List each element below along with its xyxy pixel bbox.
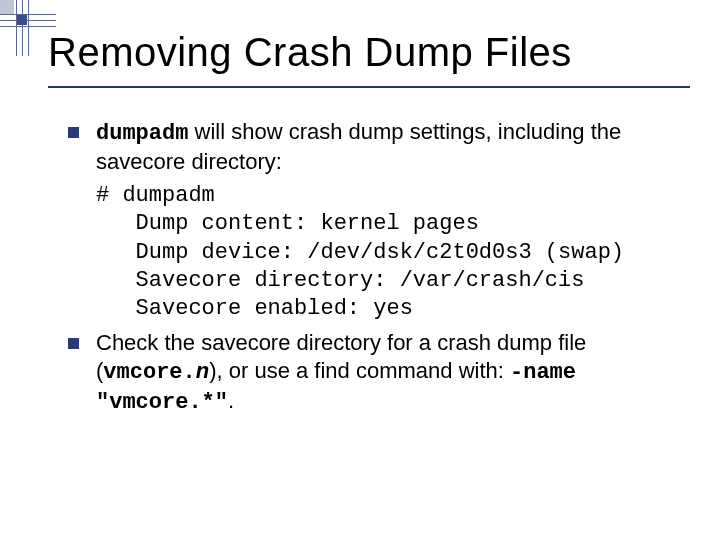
bullet-1: dumpadm will show crash dump settings, i… bbox=[62, 118, 676, 176]
out-line-4: Savecore enabled: yes bbox=[96, 295, 413, 323]
corner-box-light bbox=[0, 0, 14, 14]
bullet-2-mid: ), or use a find command with: bbox=[209, 358, 510, 383]
corner-box-dark bbox=[17, 15, 27, 25]
terminal-output: # dumpadm Dump content: kernel pages Dum… bbox=[96, 182, 676, 323]
out-line-1: Dump content: kernel pages bbox=[96, 210, 479, 238]
vmcore-n: n bbox=[196, 358, 209, 383]
vmcore-prefix: vmcore. bbox=[103, 360, 195, 385]
prompt: # bbox=[96, 183, 122, 208]
out-line-3: Savecore directory: /var/crash/cis bbox=[96, 267, 584, 295]
command: dumpadm bbox=[122, 183, 214, 208]
slide-title: Removing Crash Dump Files bbox=[48, 30, 572, 75]
slide-body: dumpadm will show crash dump settings, i… bbox=[62, 118, 676, 424]
slide: Removing Crash Dump Files dumpadm will s… bbox=[0, 0, 720, 540]
title-underline bbox=[48, 86, 690, 88]
bullet-list: dumpadm will show crash dump settings, i… bbox=[62, 118, 676, 418]
out-line-2: Dump device: /dev/dsk/c2t0d0s3 (swap) bbox=[96, 239, 624, 267]
bullet-2: Check the savecore directory for a crash… bbox=[62, 329, 676, 417]
bullet-2-end: . bbox=[228, 388, 234, 413]
cmd-name: dumpadm bbox=[96, 121, 188, 146]
